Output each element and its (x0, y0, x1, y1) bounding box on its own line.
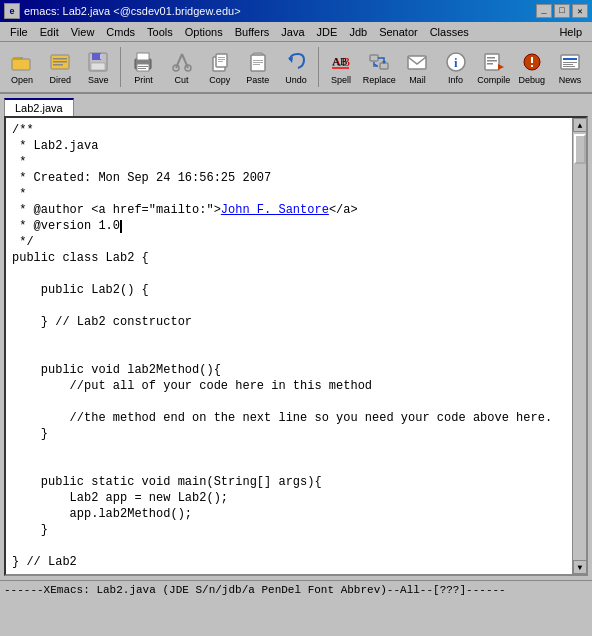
svg-rect-23 (218, 59, 225, 60)
svg-rect-27 (255, 53, 261, 56)
scroll-thumb[interactable] (574, 134, 586, 164)
menu-cmds[interactable]: Cmds (100, 25, 141, 39)
compile-button[interactable]: Compile (476, 45, 512, 89)
svg-rect-52 (563, 62, 577, 63)
code-line-24: Lab2 app = new Lab2(); (12, 490, 580, 506)
svg-rect-43 (487, 57, 495, 59)
svg-rect-14 (138, 66, 148, 67)
svg-rect-49 (531, 65, 533, 67)
dired-button[interactable]: Dired (42, 45, 78, 89)
print-button[interactable]: Print (125, 45, 161, 89)
spell-button[interactable]: AB AB Spell (323, 45, 359, 89)
menu-help[interactable]: Help (553, 25, 588, 39)
svg-rect-44 (487, 60, 497, 62)
replace-button[interactable]: Replace (361, 45, 397, 89)
svg-rect-30 (253, 64, 260, 65)
copy-button[interactable]: Copy (202, 45, 238, 89)
code-line-28: } // Lab2 (12, 554, 580, 570)
open-button[interactable]: Open (4, 45, 40, 89)
svg-rect-4 (53, 58, 67, 60)
svg-text:i: i (454, 55, 458, 70)
open-icon (10, 50, 34, 74)
menu-classes[interactable]: Classes (424, 25, 475, 39)
svg-rect-51 (563, 58, 577, 60)
svg-rect-9 (91, 63, 105, 70)
status-bar: ------XEmacs: Lab2.java (JDE S/n/jdb/a P… (0, 580, 592, 598)
info-button[interactable]: i Info (437, 45, 473, 89)
menu-senator[interactable]: Senator (373, 25, 424, 39)
svg-rect-12 (137, 53, 149, 60)
menu-file[interactable]: File (4, 25, 34, 39)
tab-lab2java[interactable]: Lab2.java (4, 98, 74, 116)
menu-buffers[interactable]: Buffers (229, 25, 276, 39)
window-controls: _ □ ✕ (536, 4, 588, 18)
title-bar: e emacs: Lab2.java <@csdev01.bridgew.edu… (0, 0, 592, 22)
menu-tools[interactable]: Tools (141, 25, 179, 39)
scroll-track (573, 132, 586, 560)
svg-rect-39 (408, 56, 426, 69)
svg-rect-42 (485, 54, 499, 70)
svg-text:AB: AB (332, 55, 347, 67)
menu-edit[interactable]: Edit (34, 25, 65, 39)
code-line-5: * (12, 186, 580, 202)
menu-view[interactable]: View (65, 25, 101, 39)
save-icon (86, 50, 110, 74)
svg-rect-29 (253, 62, 263, 63)
code-line-4: * Created: Mon Sep 24 16:56:25 2007 (12, 170, 580, 186)
code-line-18 (12, 394, 580, 410)
svg-rect-22 (218, 57, 225, 58)
author-link[interactable]: John F. Santore (221, 203, 329, 217)
copy-label: Copy (209, 75, 230, 85)
maximize-button[interactable]: □ (554, 4, 570, 18)
debug-label: Debug (519, 75, 546, 85)
paste-button[interactable]: Paste (240, 45, 276, 89)
code-line-16: public void lab2Method(){ (12, 362, 580, 378)
menu-jde[interactable]: JDE (311, 25, 344, 39)
code-line-1: /** (12, 122, 580, 138)
menu-jdb[interactable]: Jdb (343, 25, 373, 39)
copy-icon (208, 50, 232, 74)
minimize-button[interactable]: _ (536, 4, 552, 18)
editor-content: /** * Lab2.java * * Created: Mon Sep 24 … (6, 118, 586, 574)
code-line-20: } (12, 426, 580, 442)
code-line-26: } (12, 522, 580, 538)
svg-rect-35 (370, 55, 378, 61)
compile-icon (482, 50, 506, 74)
scroll-up-button[interactable]: ▲ (573, 118, 587, 132)
code-line-14 (12, 330, 580, 346)
code-line-21 (12, 442, 580, 458)
code-line-17: //put all of your code here in this meth… (12, 378, 580, 394)
code-line-13: } // Lab2 constructor (12, 314, 580, 330)
cut-label: Cut (175, 75, 189, 85)
compile-label: Compile (477, 75, 510, 85)
app-icon: e (4, 3, 20, 19)
scrollbar[interactable]: ▲ ▼ (572, 118, 586, 574)
menu-java[interactable]: Java (275, 25, 310, 39)
menu-options[interactable]: Options (179, 25, 229, 39)
svg-rect-10 (100, 54, 102, 59)
news-button[interactable]: News (552, 45, 588, 89)
cut-button[interactable]: Cut (164, 45, 200, 89)
spell-icon: AB AB (329, 50, 353, 74)
code-line-7: * @version 1.0 (12, 218, 580, 234)
svg-marker-46 (498, 64, 504, 70)
replace-label: Replace (363, 75, 396, 85)
save-button[interactable]: Save (80, 45, 116, 89)
undo-button[interactable]: Undo (278, 45, 314, 89)
print-icon (131, 50, 155, 74)
scroll-down-button[interactable]: ▼ (573, 560, 587, 574)
paste-icon (246, 50, 270, 74)
close-button[interactable]: ✕ (572, 4, 588, 18)
svg-rect-24 (218, 61, 223, 62)
toolbar: Open Dired Save (0, 42, 592, 94)
code-line-19: //the method end on the next line so you… (12, 410, 580, 426)
replace-icon (367, 50, 391, 74)
svg-rect-21 (216, 54, 227, 67)
status-text: ------XEmacs: Lab2.java (JDE S/n/jdb/a P… (4, 584, 506, 596)
window-title: emacs: Lab2.java <@csdev01.bridgew.edu> (24, 5, 241, 17)
code-line-9: public class Lab2 { (12, 250, 580, 266)
editor-area[interactable]: /** * Lab2.java * * Created: Mon Sep 24 … (4, 116, 588, 576)
save-label: Save (88, 75, 109, 85)
debug-button[interactable]: Debug (514, 45, 550, 89)
mail-button[interactable]: Mail (399, 45, 435, 89)
